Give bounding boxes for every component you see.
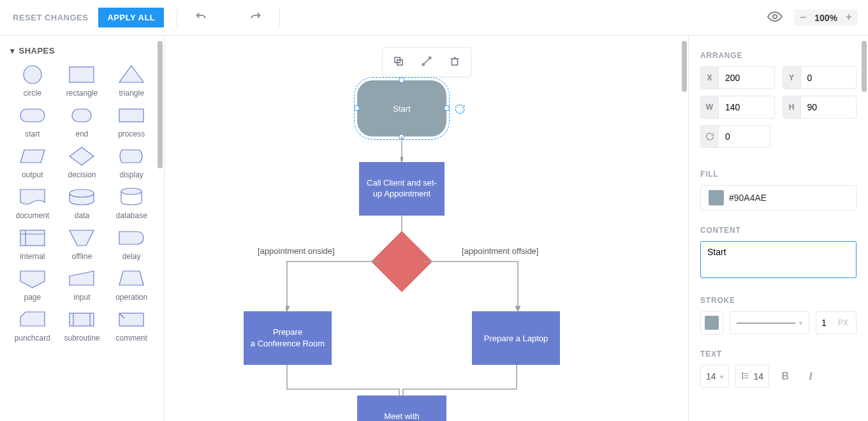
resize-handle[interactable] <box>444 105 450 111</box>
shape-start[interactable]: start <box>9 103 56 140</box>
fill-color-field[interactable]: #90A4AE <box>700 185 857 211</box>
shape-output[interactable]: output <box>9 144 56 181</box>
svg-marker-16 <box>119 271 143 285</box>
shape-triangle[interactable]: triangle <box>108 62 155 99</box>
shape-label: input <box>73 293 90 302</box>
shape-input[interactable]: input <box>59 266 106 303</box>
node-meet-client[interactable]: Meet with the Client <box>357 395 446 421</box>
redo-button[interactable] <box>245 6 267 29</box>
node-laptop[interactable]: Prepare a Laptop <box>472 311 560 365</box>
shape-circle[interactable]: circle <box>9 62 56 99</box>
shape-database[interactable]: database <box>108 184 155 221</box>
shape-punchcard[interactable]: punchcard <box>9 307 56 344</box>
shape-operation[interactable]: operation <box>108 266 155 303</box>
preview-button[interactable] <box>763 5 786 30</box>
shape-process[interactable]: process <box>108 103 155 140</box>
edge[interactable] <box>401 137 403 162</box>
shape-data[interactable]: data <box>59 184 106 221</box>
shape-decision[interactable]: decision <box>59 144 106 181</box>
shape-page[interactable]: page <box>9 266 56 303</box>
italic-button[interactable]: I <box>801 365 820 388</box>
shape-rectangle[interactable]: rectangle <box>59 62 106 99</box>
scrollbar[interactable] <box>158 41 163 168</box>
redo-icon <box>249 10 263 26</box>
shape-internal[interactable]: internal <box>9 225 56 262</box>
stroke-width-field[interactable]: PX <box>816 311 857 334</box>
svg-point-9 <box>121 188 142 195</box>
scrollbar[interactable] <box>862 41 867 92</box>
angle-input[interactable] <box>719 131 770 142</box>
node-conference-room[interactable]: Prepare a Conference Room <box>244 311 332 365</box>
x-field[interactable]: X <box>700 66 775 89</box>
arrange-heading: ARRANGE <box>700 51 857 60</box>
fill-value: #90A4AE <box>729 193 767 203</box>
chevron-down-icon: ▾ <box>799 320 802 327</box>
shapes-heading[interactable]: ▾ SHAPES <box>0 36 164 62</box>
svg-point-1 <box>24 66 41 84</box>
node-label: Call Client and set-up Appointment <box>364 178 439 200</box>
shape-end[interactable]: end <box>59 103 106 140</box>
connect-button[interactable] <box>417 52 436 73</box>
h-input[interactable] <box>801 102 857 112</box>
node-start[interactable]: Start <box>357 80 446 137</box>
offline-icon <box>66 226 98 249</box>
stroke-heading: STROKE <box>700 296 857 305</box>
svg-point-0 <box>773 15 777 18</box>
shape-subroutine[interactable]: subroutine <box>59 307 106 344</box>
shape-label: output <box>22 170 43 179</box>
subroutine-icon <box>66 308 98 331</box>
copy-button[interactable] <box>389 52 408 73</box>
line-height-field[interactable]: 14 <box>735 365 770 388</box>
zoom-in-button[interactable]: + <box>842 11 855 24</box>
x-input[interactable] <box>719 73 774 83</box>
apply-all-button[interactable]: APPLY ALL <box>98 8 164 27</box>
shape-delay[interactable]: delay <box>108 225 155 262</box>
fill-heading: FILL <box>700 170 857 179</box>
shape-label: rectangle <box>66 89 98 98</box>
comment-icon <box>115 308 147 331</box>
shape-document[interactable]: document <box>9 184 56 221</box>
zoom-out-button[interactable]: − <box>797 11 809 24</box>
svg-rect-10 <box>20 230 45 246</box>
content-textarea[interactable] <box>700 241 857 278</box>
scrollbar[interactable] <box>682 41 687 92</box>
rotate-icon <box>701 126 719 147</box>
data-icon <box>66 186 98 209</box>
w-input[interactable] <box>719 102 774 112</box>
svg-marker-32 <box>286 306 290 311</box>
bold-button[interactable]: B <box>776 365 795 388</box>
node-call-client[interactable]: Call Client and set-up Appointment <box>359 162 445 216</box>
text-heading: TEXT <box>700 350 857 358</box>
shape-label: punchcard <box>15 334 50 343</box>
resize-handle[interactable] <box>399 77 404 83</box>
svg-marker-8 <box>70 147 94 165</box>
stroke-color-button[interactable] <box>700 311 723 334</box>
stroke-style-select[interactable]: ▾ <box>730 311 809 334</box>
y-field[interactable]: Y <box>783 66 857 89</box>
canvas[interactable]: Start Call Client and set-up Appointment… <box>165 36 688 421</box>
undo-button[interactable] <box>190 6 212 29</box>
angle-field[interactable] <box>700 125 770 148</box>
font-size-select[interactable]: 14▾ <box>700 365 729 388</box>
rotate-icon[interactable] <box>454 103 466 117</box>
chevron-down-icon: ▾ <box>10 46 15 55</box>
shape-comment[interactable]: comment <box>108 307 155 344</box>
svg-rect-27 <box>452 59 457 65</box>
stroke-width-input[interactable] <box>821 318 837 328</box>
copy-icon <box>393 55 404 69</box>
edge[interactable] <box>422 260 520 311</box>
delete-button[interactable] <box>445 52 464 73</box>
svg-rect-21 <box>119 313 143 326</box>
shape-display[interactable]: display <box>108 144 155 181</box>
properties-panel: ARRANGE X Y W H FILL #90A4AE CONTENT STR… <box>688 36 868 421</box>
svg-point-25 <box>422 64 424 66</box>
resize-handle[interactable] <box>354 105 360 111</box>
w-field[interactable]: W <box>700 96 775 119</box>
shapes-sidebar: ▾ SHAPES circlerectangletrianglestartend… <box>0 36 165 421</box>
y-input[interactable] <box>801 73 857 83</box>
edge[interactable] <box>286 260 381 311</box>
reset-changes-button[interactable]: RESET CHANGES <box>10 8 91 27</box>
h-field[interactable]: H <box>783 96 857 119</box>
shape-offline[interactable]: offline <box>59 225 106 262</box>
svg-rect-5 <box>72 109 91 122</box>
